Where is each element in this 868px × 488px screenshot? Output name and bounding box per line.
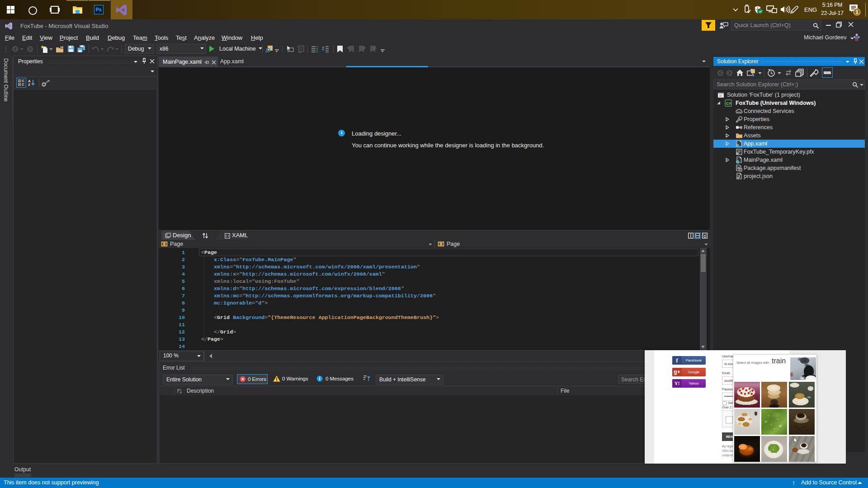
svg-text:C#: C# xyxy=(726,101,731,106)
svg-text:Z: Z xyxy=(28,83,30,86)
svg-text:∞: ∞ xyxy=(719,93,722,98)
svg-text:2: 2 xyxy=(322,46,325,51)
svg-text:1: 1 xyxy=(855,9,859,15)
